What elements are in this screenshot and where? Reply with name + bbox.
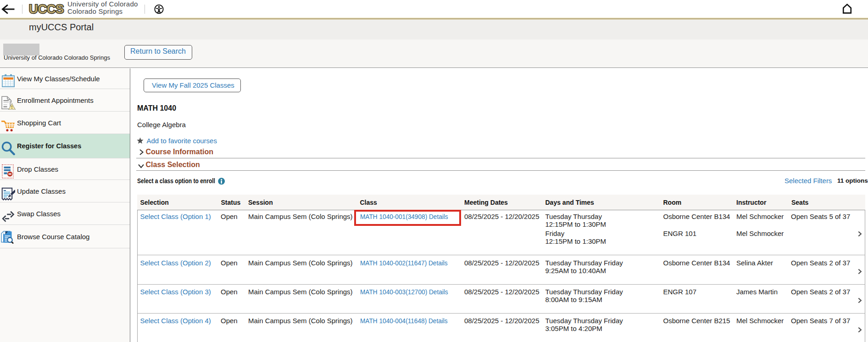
svg-text:UCCS: UCCS xyxy=(29,3,64,14)
